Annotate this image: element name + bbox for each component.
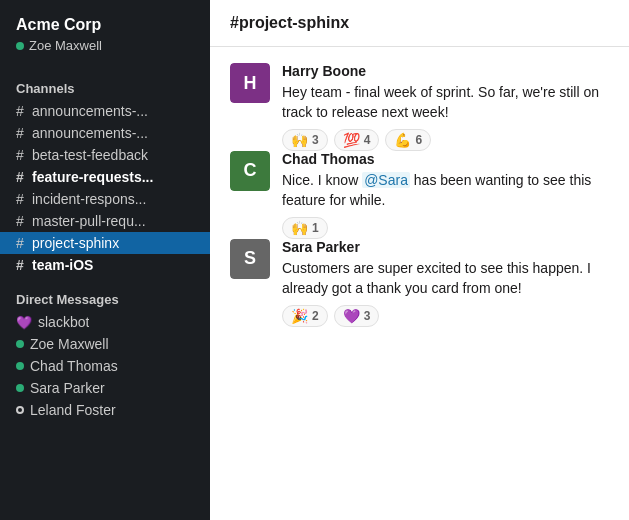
channels-section-title: Channels (0, 81, 210, 100)
reaction-count: 6 (415, 133, 422, 147)
dm-label: Zoe Maxwell (30, 336, 109, 352)
sidebar-channel-master-pull-requ[interactable]: #master-pull-requ... (0, 210, 210, 232)
sidebar-channel-feature-requests[interactable]: #feature-requests... (0, 166, 210, 188)
channel-hash-icon: # (16, 103, 28, 119)
message-text: Customers are super excited to see this … (282, 258, 609, 299)
dm-status-dot (16, 406, 24, 414)
reaction-count: 3 (364, 309, 371, 323)
message-content: Sara ParkerCustomers are super excited t… (282, 239, 609, 327)
message-text: Nice. I know @Sara has been wanting to s… (282, 170, 609, 211)
reaction-emoji: 🙌 (291, 220, 308, 236)
mention[interactable]: @Sara (362, 172, 410, 188)
sidebar-dm-zoe-maxwell[interactable]: Zoe Maxwell (0, 333, 210, 355)
channel-label: project-sphinx (32, 235, 119, 251)
sidebar-channel-announcements-1[interactable]: #announcements-... (0, 100, 210, 122)
reaction-button[interactable]: 💜3 (334, 305, 380, 327)
reaction-count: 4 (364, 133, 371, 147)
avatar-initials: C (230, 151, 270, 191)
reaction-count: 1 (312, 221, 319, 235)
sidebar-dm-sara-parker[interactable]: Sara Parker (0, 377, 210, 399)
reactions: 🙌3💯4💪6 (282, 129, 609, 151)
workspace-name: Acme Corp (16, 16, 198, 34)
sidebar-channel-project-sphinx[interactable]: #project-sphinx (0, 232, 210, 254)
dm-section: Direct Messages 💜slackbotZoe MaxwellChad… (0, 292, 210, 421)
messages-area: HHarry BooneHey team - final week of spr… (210, 47, 629, 520)
avatar: H (230, 63, 270, 103)
reaction-emoji: 🎉 (291, 308, 308, 324)
avatar-initials: H (230, 63, 270, 103)
sidebar-channel-incident-response[interactable]: #incident-respons... (0, 188, 210, 210)
reaction-button[interactable]: 💪6 (385, 129, 431, 151)
message-msg1: HHarry BooneHey team - final week of spr… (230, 63, 609, 151)
channel-label: beta-test-feedback (32, 147, 148, 163)
message-header: Chad Thomas (282, 151, 609, 167)
sidebar-channel-announcements-2[interactable]: #announcements-... (0, 122, 210, 144)
dm-label: slackbot (38, 314, 89, 330)
current-user-name: Zoe Maxwell (29, 38, 102, 53)
dm-label: Leland Foster (30, 402, 116, 418)
message-content: Chad ThomasNice. I know @Sara has been w… (282, 151, 609, 239)
dm-status-dot (16, 362, 24, 370)
sidebar-dm-chad-thomas[interactable]: Chad Thomas (0, 355, 210, 377)
channel-hash-icon: # (16, 191, 28, 207)
reaction-button[interactable]: 🙌1 (282, 217, 328, 239)
reaction-count: 2 (312, 309, 319, 323)
channel-label: team-iOS (32, 257, 93, 273)
main-content: #project-sphinx HHarry BooneHey team - f… (210, 0, 629, 520)
message-author: Chad Thomas (282, 151, 375, 167)
reaction-emoji: 💜 (343, 308, 360, 324)
dm-status-dot (16, 384, 24, 392)
channel-header: #project-sphinx (210, 0, 629, 47)
message-text: Hey team - final week of sprint. So far,… (282, 82, 609, 123)
reaction-count: 3 (312, 133, 319, 147)
reaction-emoji: 🙌 (291, 132, 308, 148)
sidebar-dm-slackbot[interactable]: 💜slackbot (0, 311, 210, 333)
dm-app-icon: 💜 (16, 315, 32, 330)
dm-label: Chad Thomas (30, 358, 118, 374)
channel-hash-icon: # (16, 147, 28, 163)
reaction-emoji: 💯 (343, 132, 360, 148)
channel-hash-icon: # (16, 257, 28, 273)
channel-hash-icon: # (16, 169, 28, 185)
avatar: C (230, 151, 270, 191)
channel-label: incident-respons... (32, 191, 146, 207)
user-status-dot (16, 42, 24, 50)
message-header: Sara Parker (282, 239, 609, 255)
sidebar-channel-team-ios[interactable]: #team-iOS (0, 254, 210, 276)
channel-label: announcements-... (32, 125, 148, 141)
channel-hash-icon: # (16, 213, 28, 229)
reaction-button[interactable]: 🎉2 (282, 305, 328, 327)
reaction-button[interactable]: 💯4 (334, 129, 380, 151)
message-author: Sara Parker (282, 239, 360, 255)
channel-label: feature-requests... (32, 169, 153, 185)
message-content: Harry BooneHey team - final week of spri… (282, 63, 609, 151)
message-author: Harry Boone (282, 63, 366, 79)
reactions: 🙌1 (282, 217, 609, 239)
reactions: 🎉2💜3 (282, 305, 609, 327)
dm-label: Sara Parker (30, 380, 105, 396)
channel-label: master-pull-requ... (32, 213, 146, 229)
message-header: Harry Boone (282, 63, 609, 79)
reaction-emoji: 💪 (394, 132, 411, 148)
channels-section: Channels #announcements-...#announcement… (0, 81, 210, 276)
channel-hash-icon: # (16, 125, 28, 141)
dm-status-dot (16, 340, 24, 348)
avatar: S (230, 239, 270, 279)
sidebar: Acme Corp Zoe Maxwell Channels #announce… (0, 0, 210, 520)
message-msg3: SSara ParkerCustomers are super excited … (230, 239, 609, 327)
workspace-header: Acme Corp Zoe Maxwell (0, 16, 210, 65)
sidebar-dm-leland-foster[interactable]: Leland Foster (0, 399, 210, 421)
channel-label: announcements-... (32, 103, 148, 119)
avatar-initials: S (230, 239, 270, 279)
dm-section-title: Direct Messages (0, 292, 210, 311)
reaction-button[interactable]: 🙌3 (282, 129, 328, 151)
message-msg2: CChad ThomasNice. I know @Sara has been … (230, 151, 609, 239)
sidebar-channel-beta-test-feedback[interactable]: #beta-test-feedback (0, 144, 210, 166)
current-user-status: Zoe Maxwell (16, 38, 198, 53)
channel-hash-icon: # (16, 235, 28, 251)
